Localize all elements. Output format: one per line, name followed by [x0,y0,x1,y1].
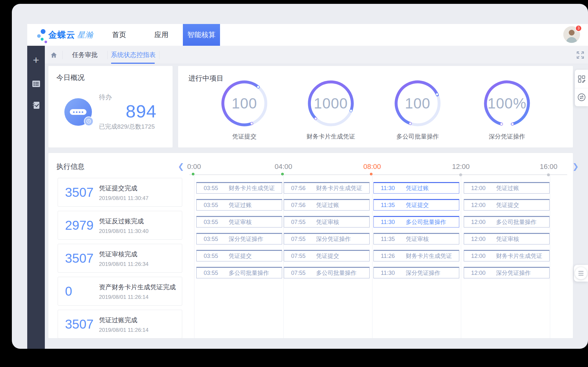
today-overview-card: 今日概况 待办 894 已完成829/总数1725 [48,66,173,148]
hamburger-icon[interactable] [575,267,587,279]
active-tab-underline [111,63,155,64]
timeline-tick-active: 08:00 [353,163,391,171]
gauge-label: 凭证提交 [206,132,283,141]
entry-label: 财务卡片生成凭证 [406,252,459,260]
add-button[interactable]: + [27,54,45,66]
today-card-title: 今日概况 [56,73,85,83]
clock-icon [85,117,93,125]
todo-count: 894 [99,101,157,121]
timeline-entry[interactable]: 03:55深分凭证操作 [196,233,282,244]
execution-name: 凭证反过账完成 [99,217,149,226]
grid-edit-icon [577,75,586,83]
fullscreen-icon [576,51,585,60]
entry-time: 03:55 [197,236,229,243]
entry-label: 凭证审核 [229,218,282,226]
brand-name-primary: 金蝶云 [48,29,75,41]
entry-time: 07:55 [284,236,316,243]
entry-label: 凭证过账 [406,184,459,192]
column-divider [194,175,194,338]
entry-time: 12:00 [464,219,496,226]
timeline-entry-highlighted[interactable]: 11:30凭证过账 [373,182,459,194]
home-tab-button[interactable] [45,46,62,64]
timeline-entry[interactable]: 12:00财务卡片生成凭证 [464,250,550,261]
timeline-entry[interactable]: 03:55凭证审核 [196,216,282,227]
timeline-entry[interactable]: 12:00凭证过账 [464,182,550,194]
timeline-entry[interactable]: 07:55凭证审核 [284,216,370,227]
task-list-button[interactable] [27,78,45,90]
execution-item[interactable]: 3507 凭证过账完成 2019/08/01 11:26:14 [58,310,182,339]
nav-item-home[interactable]: 首页 [103,24,135,46]
entry-time: 11:35 [374,236,406,243]
entry-time: 03:55 [197,253,229,259]
execution-timestamp: 2019/08/01 11:30:47 [99,195,149,202]
gauge-value: 100% [481,78,533,129]
timeline-entry[interactable]: 11:30深分凭证操作 [373,267,459,278]
gauge-multi-company: 100 [392,78,443,129]
execution-count: 3507 [65,317,96,331]
timeline-entry[interactable]: 12:00凭证审核 [464,233,550,244]
timeline-entry[interactable]: 03:55凭证提交 [196,250,282,261]
approval-book-button[interactable] [27,100,45,111]
entry-time: 12:00 [464,270,496,276]
timeline-entry[interactable]: 03:55多公司批量操作 [196,267,282,278]
gauge-value: 100 [392,78,443,129]
entry-label: 凭证过账 [229,201,282,209]
nav-item-apps[interactable]: 应用 [145,24,177,46]
timeline-entry-highlighted[interactable]: 11:30多公司批量操作 [373,216,459,227]
tab-bar: 任务审批 系统状态控指表 [45,46,588,64]
entry-label: 多公司批量操作 [229,269,282,277]
entry-label: 凭证审核 [406,235,459,243]
timeline-entry[interactable]: 07:56凭证过账 [284,199,370,211]
entry-time: 11:30 [374,270,406,276]
timeline-entry[interactable]: 07:55凭证提交 [284,250,370,261]
timeline-axis [189,174,567,175]
entry-label: 凭证提交 [406,201,459,209]
transfer-button[interactable] [575,88,588,106]
gauge-deep-voucher: 100% [481,78,533,129]
timeline-entry-highlighted[interactable]: 11:35凭证提交 [373,199,459,211]
timeline-entry[interactable]: 12:00凭证提交 [464,199,550,211]
execution-count: 3507 [65,185,96,200]
entry-time: 03:55 [197,202,229,209]
execution-item[interactable]: 2979 凭证反过账完成 2019/08/01 11:30:40 [58,211,182,240]
tab-task-approval[interactable]: 任务审批 [62,46,107,64]
execution-item[interactable]: 3507 凭证提交完成 2019/08/01 11:30:47 [58,178,182,207]
floating-menu-button[interactable] [574,265,588,282]
timeline-entry[interactable]: 11:35凭证审核 [373,233,459,244]
entry-label: 深分凭证操作 [406,269,459,277]
execution-item[interactable]: 3507 凭证审核完成 2019/08/01 11:26:34 [58,244,182,273]
execution-item[interactable]: 0 资产财务卡片生成凭证完成 2019/08/01 11:26:14 [58,277,182,306]
fullscreen-button[interactable] [576,51,585,60]
column-divider [461,175,461,338]
timeline-entry[interactable]: 07:55深分凭证操作 [284,233,370,244]
user-avatar[interactable]: 3 [563,26,581,44]
execution-timestamp: 2019/08/01 11:26:34 [99,261,149,267]
entry-time: 03:55 [197,219,229,226]
dashboard-edit-button[interactable] [575,70,588,88]
timeline-entry[interactable]: 12:00深分凭证操作 [464,267,550,278]
timeline-entry[interactable]: 11:26财务卡片生成凭证 [373,250,459,261]
timeline-entry[interactable]: 03:55凭证过账 [196,199,282,211]
execution-name: 资产财务卡片生成凭证完成 [99,283,176,291]
notification-badge[interactable]: 3 [575,25,582,32]
gauge-value: 1000 [305,78,356,129]
timeline-entry[interactable]: 07:55多公司批量操作 [284,267,370,278]
entry-time: 11:30 [374,219,406,226]
execution-title: 执行信息 [56,162,85,172]
entry-time: 12:00 [464,202,496,209]
timeline-entry[interactable]: 03:55财务卡片生成凭证 [196,182,282,194]
timeline-entry[interactable]: 12:00多公司批量操作 [464,216,550,227]
transfer-icon [577,93,586,102]
tab-system-status[interactable]: 系统状态控指表 [107,46,159,64]
timeline-entry[interactable]: 07:56财务卡片生成凭证 [284,182,370,194]
execution-timestamp: 2019/08/01 11:26:14 [99,294,176,300]
nav-item-smart-accounting[interactable]: 智能核算 [183,24,220,46]
execution-name: 凭证过账完成 [99,316,149,324]
entry-label: 凭证过账 [496,184,549,192]
list-icon [32,80,40,88]
timeline-marker-grey[interactable] [547,173,550,176]
entry-label: 凭证审核 [496,235,549,243]
brand-name-secondary: 星瀚 [77,30,93,40]
brand-logo[interactable]: 金蝶云 星瀚 [33,24,93,46]
timeline-next-button[interactable]: ❯ [572,163,579,170]
